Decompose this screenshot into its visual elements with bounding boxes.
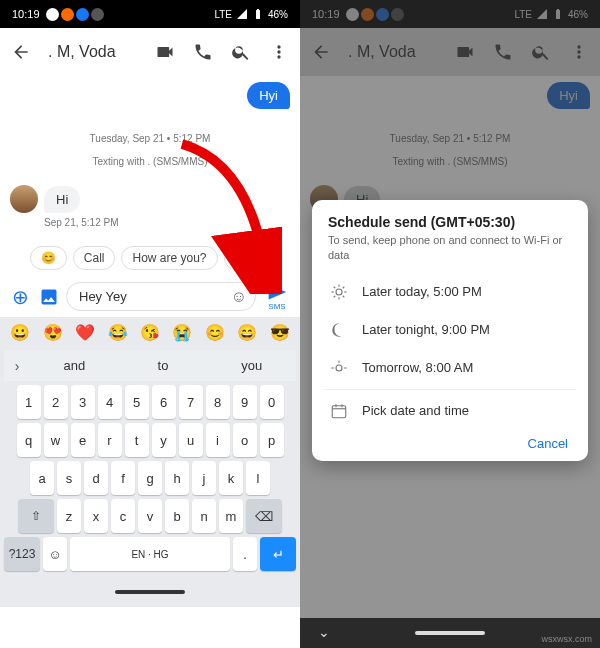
emoji-item[interactable]: ❤️ (75, 323, 95, 342)
option-tomorrow[interactable]: Tomorrow, 8:00 AM (328, 349, 572, 387)
option-pick-date[interactable]: Pick date and time (328, 392, 572, 430)
emoji-item[interactable]: 😘 (140, 323, 160, 342)
app-bar: . M, Voda (0, 28, 300, 76)
enter-key[interactable]: ↵ (260, 537, 296, 571)
emoji-item[interactable]: 😎 (270, 323, 290, 342)
key[interactable]: a (30, 461, 54, 495)
key[interactable]: 2 (44, 385, 68, 419)
emoji-picker-icon[interactable]: ☺ (231, 288, 247, 306)
prediction-word[interactable]: and (30, 350, 119, 381)
message-out[interactable]: Hyi (247, 82, 290, 109)
message-in[interactable]: Hi (44, 186, 80, 213)
key[interactable]: t (125, 423, 149, 457)
nav-caret-icon[interactable]: ⌄ (318, 624, 330, 640)
video-call-icon[interactable] (154, 41, 176, 63)
option-later-tonight[interactable]: Later tonight, 9:00 PM (328, 311, 572, 349)
back-icon[interactable] (10, 41, 32, 63)
nav-pill[interactable] (415, 631, 485, 635)
texting-info: Texting with . (SMS/MMS) (0, 156, 300, 167)
key[interactable]: x (84, 499, 108, 533)
option-later-today[interactable]: Later today, 5:00 PM (328, 273, 572, 311)
svg-point-0 (336, 289, 342, 295)
moon-icon (330, 321, 348, 339)
key[interactable]: g (138, 461, 162, 495)
key[interactable]: q (17, 423, 41, 457)
key[interactable]: r (98, 423, 122, 457)
android-nav-bar (0, 577, 300, 607)
symbols-key[interactable]: ?123 (4, 537, 40, 571)
conversation-title[interactable]: . M, Voda (48, 43, 138, 61)
key[interactable]: k (219, 461, 243, 495)
dialog-title: Schedule send (GMT+05:30) (328, 214, 572, 230)
svg-line-7 (343, 286, 345, 288)
key[interactable]: b (165, 499, 189, 533)
key[interactable]: e (71, 423, 95, 457)
prediction-word[interactable]: you (207, 350, 296, 381)
status-bar: 10:19 LTE 46% (0, 0, 300, 28)
compose-input[interactable]: Hey Yey ☺ (66, 282, 256, 311)
emoji-item[interactable]: 😂 (108, 323, 128, 342)
send-button[interactable]: SMS (262, 282, 292, 311)
gallery-icon[interactable] (38, 286, 60, 308)
key[interactable]: 9 (233, 385, 257, 419)
key[interactable]: m (219, 499, 243, 533)
sunrise-icon (330, 359, 348, 377)
suggestion-chips: 😊 Call How are you? Cool (4, 246, 296, 270)
emoji-item[interactable]: 😍 (43, 323, 63, 342)
compose-plus-icon[interactable]: ⊕ (8, 285, 32, 309)
period-key[interactable]: . (233, 537, 257, 571)
key[interactable]: n (192, 499, 216, 533)
key[interactable]: z (57, 499, 81, 533)
key[interactable]: h (165, 461, 189, 495)
chip-emoji[interactable]: 😊 (30, 246, 67, 270)
key[interactable]: v (138, 499, 162, 533)
avatar[interactable] (10, 185, 38, 213)
search-icon[interactable] (230, 41, 252, 63)
emoji-item[interactable]: 😊 (205, 323, 225, 342)
option-label: Later tonight, 9:00 PM (362, 322, 490, 337)
key[interactable]: j (192, 461, 216, 495)
chip-cool[interactable]: Cool (224, 246, 271, 270)
key[interactable]: 3 (71, 385, 95, 419)
key[interactable]: y (152, 423, 176, 457)
key[interactable]: s (57, 461, 81, 495)
emoji-row: 😀 😍 ❤️ 😂 😘 😭 😊 😄 😎 (0, 317, 300, 348)
cancel-button[interactable]: Cancel (528, 436, 568, 451)
key[interactable]: d (84, 461, 108, 495)
calendar-icon (330, 402, 348, 420)
key[interactable]: l (246, 461, 270, 495)
shift-key[interactable]: ⇧ (18, 499, 54, 533)
key[interactable]: 8 (206, 385, 230, 419)
key[interactable]: c (111, 499, 135, 533)
battery-icon (252, 8, 264, 20)
key[interactable]: p (260, 423, 284, 457)
key[interactable]: u (179, 423, 203, 457)
key[interactable]: 4 (98, 385, 122, 419)
svg-point-9 (336, 365, 342, 371)
key[interactable]: i (206, 423, 230, 457)
backspace-key[interactable]: ⌫ (246, 499, 282, 533)
date-separator: Tuesday, Sep 21 • 5:12 PM (0, 133, 300, 144)
phone-call-icon[interactable] (192, 41, 214, 63)
chip-call[interactable]: Call (73, 246, 116, 270)
key[interactable]: 0 (260, 385, 284, 419)
chip-how-are-you[interactable]: How are you? (121, 246, 217, 270)
emoji-key[interactable]: ☺ (43, 537, 67, 571)
key[interactable]: w (44, 423, 68, 457)
key[interactable]: 7 (179, 385, 203, 419)
svg-line-6 (343, 295, 345, 297)
nav-pill[interactable] (115, 590, 185, 594)
message-in-time: Sep 21, 5:12 PM (44, 217, 290, 228)
prediction-word[interactable]: to (119, 350, 208, 381)
prediction-expand-icon[interactable]: › (4, 358, 30, 374)
more-icon[interactable] (268, 41, 290, 63)
key[interactable]: 6 (152, 385, 176, 419)
key[interactable]: o (233, 423, 257, 457)
key[interactable]: 5 (125, 385, 149, 419)
space-key[interactable]: EN · HG (70, 537, 230, 571)
key[interactable]: f (111, 461, 135, 495)
emoji-item[interactable]: 😭 (172, 323, 192, 342)
emoji-item[interactable]: 😄 (237, 323, 257, 342)
emoji-item[interactable]: 😀 (10, 323, 30, 342)
key[interactable]: 1 (17, 385, 41, 419)
